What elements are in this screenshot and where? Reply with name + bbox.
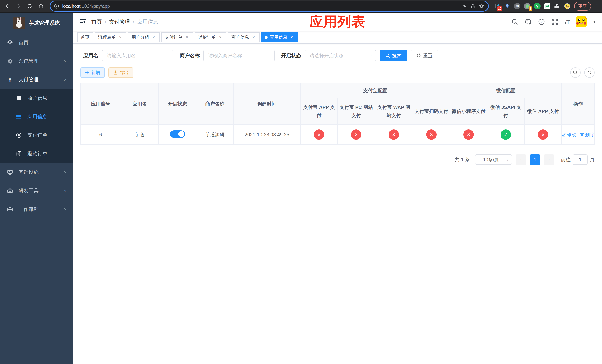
tab-refund-order[interactable]: 退款订单× (195, 32, 226, 42)
app-table: 应用编号 应用名 开启状态 商户名称 创建时间 支付宝配置 微信配置 操作 支付… (80, 83, 595, 145)
yen-icon: ¥ (7, 76, 13, 83)
app-name-input[interactable] (102, 50, 173, 62)
address-bar[interactable]: localhost:1024/pay/app (50, 1, 488, 11)
github-icon[interactable] (525, 18, 532, 26)
add-button[interactable]: 新增 (80, 67, 105, 78)
home-icon[interactable] (37, 2, 44, 10)
prev-page-button[interactable]: ‹ (516, 154, 526, 165)
extension-chat-icon[interactable] (544, 3, 550, 10)
browser-toolbar: localhost:1024/pay/app 10 ⌘ 1 y (0, 0, 602, 13)
close-icon[interactable]: × (151, 35, 156, 40)
pagination: 共 1 条 ˅ ‹ 1 › 前往 页 (80, 154, 595, 165)
extension-diamond-icon[interactable]: 10 (494, 3, 501, 10)
url-text: localhost:1024/pay/app (62, 3, 459, 9)
chevron-up-icon: ˄ (64, 78, 66, 82)
site-info-icon[interactable] (54, 3, 59, 9)
delete-link[interactable]: 删除 (580, 132, 594, 138)
status-select[interactable] (305, 50, 376, 62)
sidebar-item-refund-order[interactable]: 退款订单 (0, 144, 73, 163)
toggle-search-button[interactable] (570, 67, 580, 78)
export-button[interactable]: 导出 (108, 67, 133, 78)
app-logo-row[interactable]: 芋道管理系统 (0, 13, 73, 33)
app-name-label: 应用名 (83, 52, 98, 59)
dashboard-icon (7, 39, 13, 46)
tab-user-group[interactable]: 用户分组× (128, 32, 160, 42)
close-icon[interactable]: × (289, 35, 294, 40)
svg-text:?: ? (540, 20, 543, 24)
cell-app-name: 芋道 (121, 125, 159, 145)
edit-link[interactable]: 修改 (562, 132, 576, 138)
sidebar-item-label: 支付订单 (27, 132, 66, 139)
cell-app-id: 6 (81, 125, 121, 145)
col-alipay-pc: 支付宝 PC 网站支付 (338, 98, 375, 125)
password-key-icon[interactable] (462, 3, 468, 9)
avatar-caret-icon[interactable]: ▼ (593, 20, 596, 24)
chrome-update-button[interactable]: 更新 (574, 2, 591, 11)
help-icon[interactable]: ? (538, 18, 545, 26)
breadcrumb-pay[interactable]: 支付管理 (109, 18, 130, 25)
sidebar-item-pay-order[interactable]: 支付订单 (0, 126, 73, 144)
extensions-area: 10 ⌘ 1 y (494, 3, 570, 10)
close-icon[interactable]: × (218, 35, 223, 40)
extension-badge: 1 (528, 7, 532, 11)
sidebar-item-merchant-info[interactable]: 商户信息 (0, 89, 73, 107)
sidebar-item-devtools[interactable]: 研发工具 ˅ (0, 182, 73, 200)
table-row: 6 芋道 芋道源码 2021-10-23 08:49:25 × × × × × … (81, 125, 594, 145)
total-count: 共 1 条 (455, 156, 470, 163)
bookmark-star-icon[interactable] (479, 3, 484, 9)
add-button-label: 新增 (91, 70, 100, 75)
app-title: 芋道管理系统 (29, 20, 60, 26)
extension-command-icon[interactable]: ⌘ (514, 3, 521, 10)
share-icon[interactable] (471, 3, 476, 9)
close-icon[interactable]: × (251, 35, 256, 40)
alipay-app-status: × (314, 129, 324, 140)
tab-app-info[interactable]: 应用信息× (261, 32, 298, 42)
col-wx-app: 微信 APP 支付 (525, 98, 562, 125)
goto-page-input[interactable] (573, 154, 588, 165)
back-icon[interactable] (4, 2, 11, 10)
sidebar-item-label: 应用信息 (27, 113, 66, 120)
refresh-table-button[interactable] (584, 67, 595, 78)
forward-icon[interactable] (15, 2, 22, 10)
sidebar-item-pay[interactable]: ¥ 支付管理 ˄ (0, 70, 73, 89)
next-page-button[interactable]: › (544, 154, 554, 165)
user-avatar[interactable] (576, 16, 587, 27)
col-wx-lite: 微信小程序支付 (450, 98, 487, 125)
reset-button[interactable]: 重置 (411, 50, 438, 62)
fullscreen-icon[interactable] (551, 18, 559, 26)
sidebar-item-label: 首页 (19, 39, 66, 46)
close-icon[interactable]: × (184, 35, 190, 40)
sidebar-item-home[interactable]: 首页 (0, 33, 73, 52)
page-number-1[interactable]: 1 (530, 154, 540, 165)
search-button[interactable]: 搜索 (380, 50, 407, 62)
sidebar-fold-icon[interactable] (79, 18, 86, 26)
sidebar-item-system[interactable]: 系统管理 ˅ (0, 52, 73, 70)
sidebar-item-label: 支付管理 (19, 76, 59, 83)
extension-kite-icon[interactable] (504, 3, 511, 10)
status-toggle[interactable] (170, 130, 185, 138)
app-logo-rabbit (13, 17, 25, 29)
tab-process-form[interactable]: 流程表单× (95, 32, 126, 42)
tab-pay-order[interactable]: 支付订单× (161, 32, 193, 42)
documents-icon (16, 150, 22, 157)
tab-home[interactable]: 首页 (77, 32, 93, 42)
search-icon[interactable] (511, 18, 518, 26)
breadcrumb-separator: / (105, 19, 106, 25)
font-size-icon[interactable]: TT (564, 19, 570, 25)
extension-recorder-icon[interactable]: 1 (524, 3, 531, 10)
extension-emoji-icon[interactable] (564, 3, 570, 10)
sidebar-item-workflow[interactable]: 工作流程 ˅ (0, 200, 73, 218)
tab-label: 支付订单 (165, 34, 183, 40)
sidebar-item-app-info[interactable]: 应用信息 (0, 107, 73, 126)
page-size-select[interactable] (475, 154, 512, 165)
reload-icon[interactable] (26, 2, 33, 10)
tab-merchant-info[interactable]: 商户信息× (228, 32, 259, 42)
sidebar-item-label: 工作流程 (19, 206, 59, 213)
chrome-menu-icon[interactable]: ⋮ (595, 3, 598, 9)
breadcrumb-home[interactable]: 首页 (91, 18, 102, 25)
extension-y-icon[interactable]: y (534, 3, 540, 10)
merchant-name-input[interactable] (204, 50, 275, 62)
sidebar-item-infra[interactable]: 基础设施 ˅ (0, 163, 73, 182)
close-icon[interactable]: × (118, 35, 123, 40)
extensions-puzzle-icon[interactable] (554, 3, 560, 10)
